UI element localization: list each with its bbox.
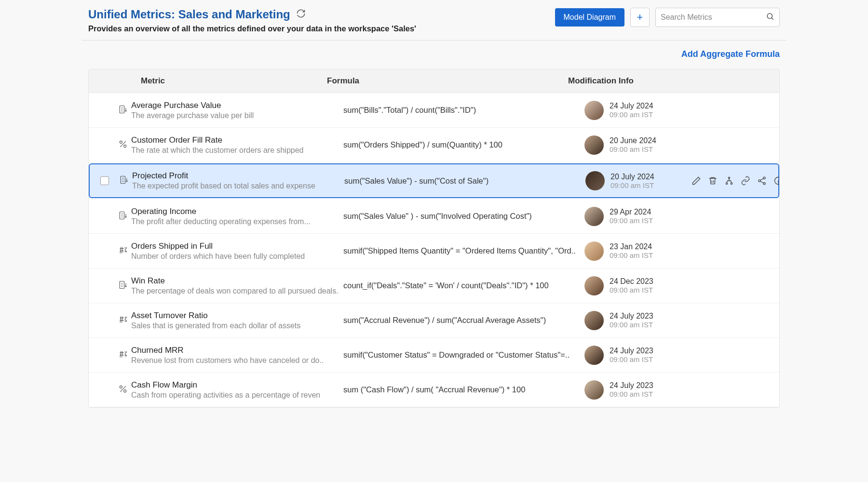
edit-icon[interactable] <box>692 176 701 186</box>
svg-point-0 <box>767 13 773 19</box>
avatar <box>584 311 604 330</box>
metric-type-icon <box>118 105 128 116</box>
refresh-icon[interactable] <box>296 9 306 20</box>
modification-time: 09:00 am IST <box>610 321 653 329</box>
modification-time: 09:00 am IST <box>610 355 653 363</box>
column-header-modification[interactable]: Modification Info <box>568 76 669 86</box>
delete-icon[interactable] <box>708 176 718 186</box>
page-title: Unified Metrics: Sales and Marketing <box>88 8 290 21</box>
table-row[interactable]: Cash Flow Margin Cash from operating act… <box>89 373 779 407</box>
plus-icon: + <box>637 11 643 24</box>
metric-formula: sum("Sales Value" ) - sum("Involved Oper… <box>343 212 532 220</box>
modification-time: 09:00 am IST <box>610 390 653 398</box>
metric-name: Win Rate <box>131 276 343 286</box>
metric-name: Operating Income <box>131 207 343 216</box>
share-icon[interactable] <box>757 176 767 186</box>
metric-formula: sum("Orders Shipped") / sum(Quantity) * … <box>343 140 502 149</box>
avatar <box>584 101 604 120</box>
metric-type-icon <box>118 349 128 361</box>
metric-name: Customer Order Fill Rate <box>131 135 343 145</box>
table-row[interactable]: Orders Shipped in Full Number of orders … <box>89 234 779 268</box>
metric-name: Projected Profit <box>132 171 344 181</box>
metric-formula: sumif("Shipped Items Quantity" = "Ordere… <box>343 246 576 255</box>
avatar <box>584 380 604 400</box>
modification-date: 20 June 2024 <box>610 136 656 145</box>
metric-name: Churned MRR <box>131 346 343 355</box>
metric-type-icon <box>118 211 128 222</box>
link-icon[interactable] <box>741 176 750 186</box>
metric-name: Average Purchase Value <box>131 101 343 110</box>
metric-description: The profit after deducting operating exp… <box>131 217 343 226</box>
table-row[interactable]: Win Rate The percentage of deals won com… <box>89 268 779 303</box>
modification-date: 24 July 2024 <box>610 102 653 110</box>
search-icon <box>766 12 774 23</box>
metric-name: Asset Turnover Ratio <box>131 311 343 321</box>
metric-description: Cash from operating activities as a perc… <box>131 391 343 400</box>
modification-date: 29 Apr 2024 <box>610 208 653 216</box>
metrics-table: Metric Formula Modification Info Average… <box>88 69 780 408</box>
table-row[interactable]: Operating Income The profit after deduct… <box>89 199 779 234</box>
table-row[interactable]: Average Purchase Value The average purch… <box>89 93 779 128</box>
modification-time: 09:00 am IST <box>610 216 653 225</box>
metric-formula: sum("Accrual Revenue") / sum("Accrual Av… <box>343 316 546 324</box>
table-row[interactable]: Projected Profit The expected profit bas… <box>89 163 779 198</box>
metric-formula: sum("Bills"."Total") / count("Bills"."ID… <box>343 106 476 114</box>
metric-formula: count_if("Deals"."State" = 'Won' / count… <box>343 281 549 290</box>
table-row[interactable]: Churned MRR Revenue lost from customers … <box>89 338 779 373</box>
avatar <box>584 241 604 261</box>
model-diagram-button[interactable]: Model Diagram <box>555 8 624 27</box>
avatar <box>584 135 604 155</box>
metric-type-icon <box>118 315 128 326</box>
modification-date: 20 July 2024 <box>610 173 654 181</box>
add-button[interactable]: + <box>630 8 650 27</box>
modification-date: 24 July 2023 <box>610 347 653 355</box>
modification-time: 09:00 am IST <box>610 286 653 294</box>
row-checkbox[interactable] <box>100 176 109 185</box>
avatar <box>584 276 604 295</box>
info-icon[interactable] <box>773 176 780 186</box>
modification-date: 23 Jan 2024 <box>610 242 653 251</box>
table-row[interactable]: Asset Turnover Ratio Sales that is gener… <box>89 303 779 338</box>
metric-description: The percentage of deals won compared to … <box>131 287 343 295</box>
modification-time: 09:00 am IST <box>610 251 653 259</box>
metric-type-icon <box>119 175 129 187</box>
modification-date: 24 July 2023 <box>610 312 653 321</box>
metric-formula: sumif("Customer Status" = Downgraded or … <box>343 350 570 359</box>
modification-time: 09:00 am IST <box>610 181 654 189</box>
metric-description: Sales that is generated from each dollar… <box>131 321 343 330</box>
metric-description: The expected profit based on total sales… <box>132 182 344 190</box>
metric-name: Orders Shipped in Full <box>131 241 343 251</box>
header-bar: Unified Metrics: Sales and Marketing Pro… <box>81 0 787 40</box>
modification-time: 09:00 am IST <box>610 145 656 153</box>
column-header-formula[interactable]: Formula <box>327 76 568 86</box>
metric-type-icon <box>118 139 128 151</box>
metric-description: Revenue lost from customers who have can… <box>131 356 343 365</box>
avatar <box>585 171 605 190</box>
dependents-icon[interactable] <box>724 176 734 186</box>
modification-date: 24 July 2023 <box>610 381 653 390</box>
search-input[interactable] <box>661 13 766 22</box>
metric-formula: sum("Sales Value") - sum("Cost of Sale") <box>344 176 488 185</box>
avatar <box>584 207 604 226</box>
metric-type-icon <box>118 384 128 396</box>
table-row[interactable]: Customer Order Fill Rate The rate at whi… <box>89 128 779 162</box>
metric-type-icon <box>118 280 128 292</box>
modification-time: 09:00 am IST <box>610 110 653 119</box>
metric-description: Number of orders which have been fully c… <box>131 252 343 261</box>
avatar <box>584 346 604 365</box>
page-subtitle: Provides an overview of all the metrics … <box>88 24 555 33</box>
metric-description: The average purchase value per bill <box>131 111 343 120</box>
search-box[interactable] <box>655 8 780 27</box>
metric-formula: sum ("Cash Flow") / sum( "Accrual Revenu… <box>343 385 525 394</box>
column-header-metric[interactable]: Metric <box>115 76 327 86</box>
add-aggregate-formula-link[interactable]: Add Aggregate Formula <box>681 49 780 59</box>
metric-name: Cash Flow Margin <box>131 380 343 390</box>
metric-type-icon <box>118 245 128 257</box>
modification-date: 24 Dec 2023 <box>610 277 653 286</box>
metric-description: The rate at which the customer orders ar… <box>131 146 343 155</box>
